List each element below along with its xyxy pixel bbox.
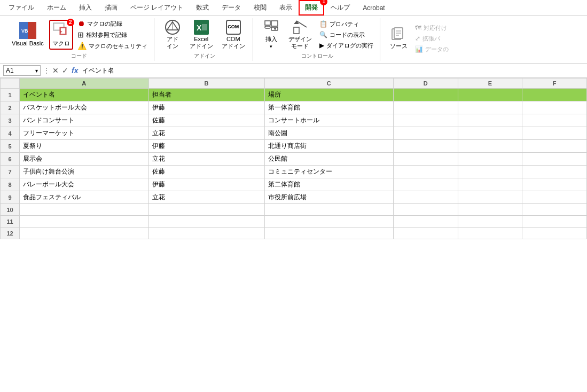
table-row[interactable]: 場所 [264,89,393,101]
table-row[interactable] [522,228,587,239]
table-row[interactable]: 立花 [148,153,264,166]
table-row[interactable]: 佐藤 [148,114,264,127]
table-row[interactable] [148,228,264,239]
table-row[interactable] [393,228,458,239]
table-row[interactable]: 子供向け舞台公演 [20,166,148,178]
table-row[interactable] [458,166,522,178]
table-row[interactable] [522,191,587,204]
table-row[interactable]: 佐藤 [148,166,264,178]
table-row[interactable]: バスケットボール大会 [20,101,148,114]
table-row[interactable] [458,89,522,101]
table-row[interactable] [458,127,522,140]
data-item-button[interactable]: 📊 データの [413,44,451,54]
tab-review[interactable]: 校閲 [247,0,273,15]
tab-pagelayout[interactable]: ページ レイアウト [124,0,190,15]
table-row[interactable]: 公民館 [264,153,393,166]
table-row[interactable]: 夏祭り [20,140,148,153]
table-row[interactable] [148,216,264,228]
cancel-icon[interactable]: ✕ [52,66,59,75]
table-row[interactable]: 伊藤 [148,140,264,153]
addin-button[interactable]: アドイン [161,19,184,51]
table-row[interactable] [20,204,148,216]
tab-file[interactable]: ファイル [2,0,41,15]
table-row[interactable] [458,228,522,239]
table-row[interactable] [522,101,587,114]
col-header-b[interactable]: B [148,79,264,89]
table-row[interactable] [393,153,458,166]
table-row[interactable] [522,166,587,178]
expand-button[interactable]: ⤢ 拡張パ [413,34,451,44]
table-row[interactable]: 北通り商店街 [264,140,393,153]
name-box[interactable]: A1 ▾ [3,65,41,76]
table-row[interactable] [148,204,264,216]
table-row[interactable]: 南公園 [264,127,393,140]
tab-formulas[interactable]: 数式 [190,0,215,15]
table-row[interactable] [393,204,458,216]
table-row[interactable] [522,89,587,101]
relative-ref-button[interactable]: ⊞ 相対参照で記録 [75,29,150,40]
table-row[interactable]: イベント名 [20,89,148,101]
table-row[interactable] [264,228,393,239]
table-row[interactable] [522,153,587,166]
table-row[interactable] [522,204,587,216]
design-mode-button[interactable]: デザインモード [285,19,315,51]
col-header-a[interactable]: A [20,79,148,89]
table-row[interactable]: 立花 [148,127,264,140]
tab-help[interactable]: ヘルプ [324,0,356,15]
com-addin-button[interactable]: COM COMアドイン [218,19,248,51]
table-row[interactable]: コミュニティセンター [264,166,393,178]
table-row[interactable] [458,140,522,153]
table-row[interactable] [393,101,458,114]
table-row[interactable] [393,166,458,178]
table-row[interactable] [393,216,458,228]
macro-security-button[interactable]: ⚠️ マクロのセキュリティ [75,41,150,51]
table-row[interactable]: 展示会 [20,153,148,166]
table-row[interactable]: バレーボール大会 [20,178,148,191]
table-row[interactable]: 担当者 [148,89,264,101]
tab-home[interactable]: ホーム [41,0,73,15]
table-row[interactable] [393,140,458,153]
properties-button[interactable]: 📋 プロパティ [317,19,375,29]
table-row[interactable]: 第一体育館 [264,101,393,114]
table-row[interactable]: 伊藤 [148,101,264,114]
table-row[interactable] [522,127,587,140]
table-row[interactable] [393,127,458,140]
col-header-c[interactable]: C [264,79,393,89]
excel-addin-button[interactable]: X Excelアドイン [186,19,216,51]
tab-view[interactable]: 表示 [273,0,299,15]
source-button[interactable]: ソース [387,26,411,51]
table-row[interactable] [458,114,522,127]
table-row[interactable] [20,216,148,228]
table-row[interactable] [393,89,458,101]
table-row[interactable] [522,178,587,191]
tab-data[interactable]: データ [215,0,247,15]
tab-insert[interactable]: 挿入 [73,0,98,15]
col-header-f[interactable]: F [522,79,587,89]
col-header-e[interactable]: E [458,79,522,89]
table-row[interactable] [522,216,587,228]
tab-draw[interactable]: 描画 [98,0,124,15]
table-row[interactable] [264,216,393,228]
table-row[interactable] [458,178,522,191]
table-row[interactable] [264,204,393,216]
record-macro-button[interactable]: ⏺ マクロの記録 [75,18,150,29]
table-row[interactable]: 立花 [148,191,264,204]
table-row[interactable] [393,191,458,204]
table-row[interactable]: フリーマーケット [20,127,148,140]
insert-ctrl-button[interactable]: ▼ 挿入▾ [260,19,283,51]
visual-basic-button[interactable]: VB Visual Basic [9,21,47,48]
table-row[interactable] [522,114,587,127]
table-row[interactable] [458,204,522,216]
table-row[interactable] [458,101,522,114]
dialog-run-button[interactable]: ▶ ダイアログの実行 [317,41,375,51]
confirm-icon[interactable]: ✓ [62,66,68,75]
view-code-button[interactable]: 🔍 コードの表示 [317,30,375,40]
table-row[interactable] [20,228,148,239]
tab-acrobat[interactable]: Acrobat [356,0,391,15]
table-row[interactable]: 第二体育館 [264,178,393,191]
table-row[interactable] [458,191,522,204]
table-row[interactable]: 食品フェスティバル [20,191,148,204]
formula-input[interactable] [80,66,584,75]
mapping-button[interactable]: 🗺 対応付け [413,23,451,33]
table-row[interactable] [393,114,458,127]
